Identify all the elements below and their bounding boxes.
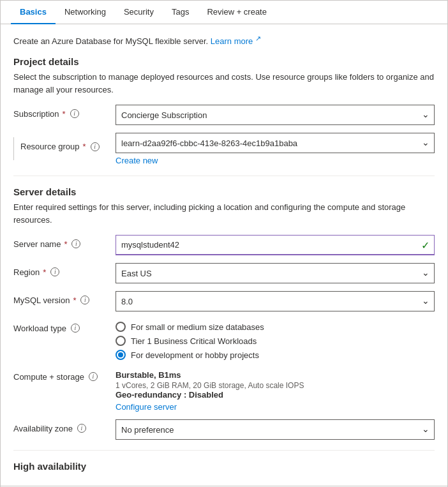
region-select[interactable]: East US bbox=[116, 263, 435, 283]
server-details-title: Server details bbox=[13, 186, 435, 197]
mysql-version-select[interactable]: 8.0 bbox=[116, 291, 435, 311]
compute-storage-field: Burstable, B1ms 1 vCores, 2 GiB RAM, 20 … bbox=[116, 368, 435, 412]
high-availability-section: High availability bbox=[13, 461, 435, 472]
compute-tier: Burstable, B1ms bbox=[116, 370, 435, 380]
region-select-wrapper: East US bbox=[116, 263, 435, 283]
availability-zone-row: Availability zone i No preference bbox=[13, 419, 435, 440]
indent-line bbox=[13, 137, 14, 160]
tab-networking[interactable]: Networking bbox=[56, 1, 115, 24]
subscription-info-icon[interactable]: i bbox=[70, 109, 79, 118]
radio-small-icon bbox=[116, 322, 126, 332]
divider-1 bbox=[13, 176, 435, 176]
resource-group-select-wrapper: learn-d2aa92f6-cbbc-413e-8263-4ec1b9a1ba… bbox=[116, 133, 435, 153]
availability-zone-select-wrapper: No preference bbox=[116, 419, 435, 440]
mysql-version-required: * bbox=[73, 296, 76, 305]
subscription-select[interactable]: Concierge Subscription bbox=[116, 105, 435, 125]
server-details-desc: Enter required settings for this server,… bbox=[13, 201, 435, 226]
learn-more-link[interactable]: Learn more ↗ bbox=[211, 36, 261, 46]
compute-storage-label: Compute + storage i bbox=[13, 368, 116, 382]
project-details-desc: Select the subscription to manage deploy… bbox=[13, 71, 435, 96]
tab-bar: Basics Networking Security Tags Review +… bbox=[1, 1, 447, 24]
tab-review-create[interactable]: Review + create bbox=[198, 1, 276, 24]
radio-dev-icon bbox=[116, 350, 126, 360]
create-new-link[interactable]: Create new bbox=[116, 156, 435, 165]
mysql-version-field: 8.0 bbox=[116, 291, 435, 311]
region-required: * bbox=[43, 267, 46, 277]
subscription-select-wrapper: Concierge Subscription bbox=[116, 105, 435, 125]
workload-type-info-icon[interactable]: i bbox=[71, 324, 80, 333]
mysql-version-info-icon[interactable]: i bbox=[80, 296, 89, 304]
server-name-info-icon[interactable]: i bbox=[71, 239, 80, 248]
compute-storage-row: Compute + storage i Burstable, B1ms 1 vC… bbox=[13, 368, 435, 412]
tab-tags[interactable]: Tags bbox=[163, 1, 198, 24]
availability-zone-field: No preference bbox=[116, 419, 435, 440]
workload-type-label: Workload type i bbox=[13, 319, 116, 333]
project-details-title: Project details bbox=[13, 56, 435, 67]
tab-basics[interactable]: Basics bbox=[11, 1, 56, 24]
subscription-field: Concierge Subscription bbox=[116, 105, 435, 125]
server-name-label: Server name * i bbox=[13, 235, 116, 249]
subscription-label: Subscription * i bbox=[13, 105, 116, 119]
subscription-row: Subscription * i Concierge Subscription bbox=[13, 105, 435, 125]
resource-group-label-outer: Resource group * i bbox=[13, 133, 116, 160]
server-name-required: * bbox=[64, 239, 67, 249]
mysql-version-select-wrapper: 8.0 bbox=[116, 291, 435, 311]
server-name-input-wrap: ✓ bbox=[116, 235, 435, 255]
resource-group-select[interactable]: learn-d2aa92f6-cbbc-413e-8263-4ec1b9a1ba… bbox=[116, 133, 435, 153]
check-icon: ✓ bbox=[421, 239, 429, 251]
high-availability-title: High availability bbox=[13, 461, 435, 472]
compute-desc: 1 vCores, 2 GiB RAM, 20 GiB storage, Aut… bbox=[116, 381, 435, 390]
mysql-version-row: MySQL version * i 8.0 bbox=[13, 291, 435, 311]
project-details-section: Project details Select the subscription … bbox=[13, 56, 435, 165]
mysql-version-label: MySQL version * i bbox=[13, 291, 116, 305]
resource-group-required: * bbox=[83, 142, 86, 151]
workload-radio-group: For small or medium size databases Tier … bbox=[116, 319, 435, 360]
region-field: East US bbox=[116, 263, 435, 283]
radio-tier1-icon bbox=[116, 336, 126, 346]
tab-security[interactable]: Security bbox=[115, 1, 163, 24]
server-name-row: Server name * i ✓ bbox=[13, 235, 435, 255]
divider-2 bbox=[13, 450, 435, 451]
subscription-required: * bbox=[63, 109, 66, 119]
resource-group-field: learn-d2aa92f6-cbbc-413e-8263-4ec1b9a1ba… bbox=[116, 133, 435, 165]
server-name-field: ✓ bbox=[116, 235, 435, 255]
workload-type-row: Workload type i For small or medium size… bbox=[13, 319, 435, 360]
resource-group-info-icon[interactable]: i bbox=[91, 142, 100, 151]
workload-type-field: For small or medium size databases Tier … bbox=[116, 319, 435, 360]
compute-storage-info-icon[interactable]: i bbox=[89, 372, 98, 381]
resource-group-row: Resource group * i learn-d2aa92f6-cbbc-4… bbox=[13, 133, 435, 165]
workload-option-dev[interactable]: For development or hobby projects bbox=[116, 350, 435, 360]
region-label: Region * i bbox=[13, 263, 116, 277]
availability-zone-info-icon[interactable]: i bbox=[77, 424, 86, 433]
workload-option-tier1[interactable]: Tier 1 Business Critical Workloads bbox=[116, 336, 435, 346]
intro-text: Create an Azure Database for MySQL flexi… bbox=[13, 34, 435, 46]
server-details-section: Server details Enter required settings f… bbox=[13, 186, 435, 440]
availability-zone-select[interactable]: No preference bbox=[116, 419, 435, 440]
compute-geo: Geo-redundancy : Disabled bbox=[116, 390, 435, 400]
configure-server-link[interactable]: Configure server bbox=[116, 402, 435, 412]
main-content: Create an Azure Database for MySQL flexi… bbox=[1, 24, 447, 486]
resource-group-label: Resource group bbox=[20, 142, 80, 151]
workload-option-small[interactable]: For small or medium size databases bbox=[116, 322, 435, 332]
external-link-icon: ↗ bbox=[255, 34, 261, 42]
server-name-input[interactable] bbox=[116, 235, 435, 255]
availability-zone-label: Availability zone i bbox=[13, 419, 116, 433]
region-row: Region * i East US bbox=[13, 263, 435, 283]
region-info-icon[interactable]: i bbox=[50, 267, 59, 276]
